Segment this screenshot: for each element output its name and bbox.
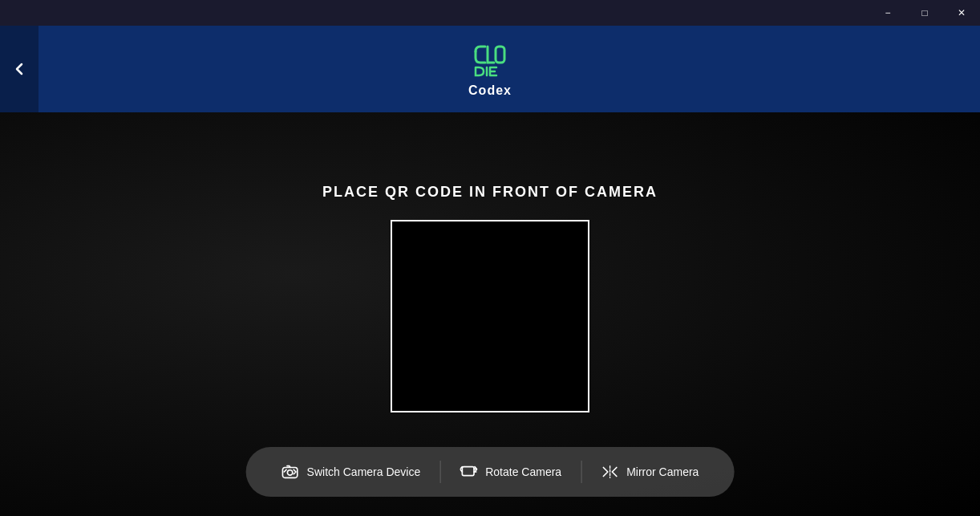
svg-rect-0 [496,47,504,63]
divider-1 [439,461,440,483]
switch-camera-label: Switch Camera Device [307,465,421,478]
divider-2 [581,461,581,483]
mirror-camera-icon [601,463,618,481]
logo-container: Codex [468,40,512,98]
rotate-camera-icon [460,463,477,481]
svg-rect-3 [462,467,474,476]
app-title: Codex [468,83,512,98]
close-button[interactable]: ✕ [943,0,980,26]
titlebar-controls: − □ ✕ [869,0,980,26]
switch-camera-button[interactable]: Switch Camera Device [265,457,437,487]
rotate-camera-label: Rotate Camera [485,465,561,478]
minimize-button[interactable]: − [869,0,906,26]
instruction-text: PLACE QR CODE IN FRONT OF CAMERA [322,184,658,201]
maximize-button[interactable]: □ [906,0,943,26]
svg-point-2 [287,470,292,475]
bottom-toolbar: Switch Camera Device Rotate Camera Mirro… [246,447,735,497]
camera-frame [391,220,589,412]
mirror-camera-label: Mirror Camera [626,465,699,478]
titlebar: − □ ✕ [0,0,980,26]
back-icon [12,62,26,76]
main-content: PLACE QR CODE IN FRONT OF CAMERA Switch … [0,112,980,516]
app-logo [471,40,509,79]
switch-camera-icon [281,463,299,481]
rotate-camera-button[interactable]: Rotate Camera [443,457,577,487]
back-button[interactable] [0,26,38,112]
mirror-camera-button[interactable]: Mirror Camera [585,457,715,487]
